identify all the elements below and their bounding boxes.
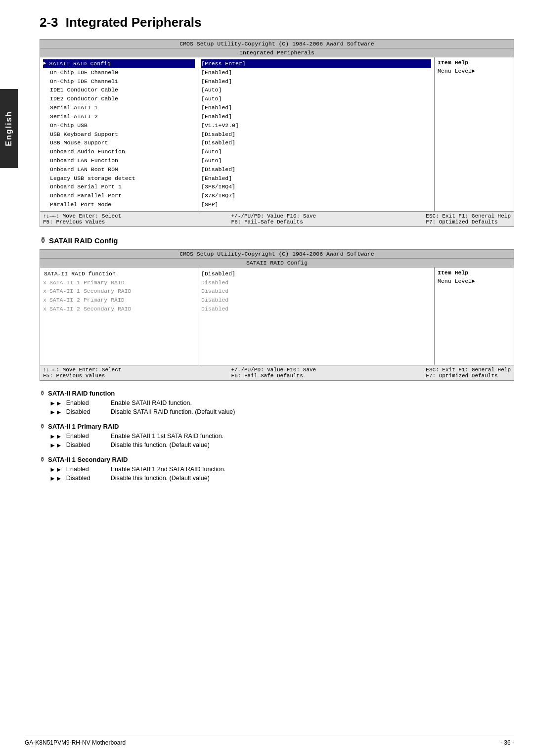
desc-item-sata11-primary-enabled: ►► Enabled Enable SATAII 1 1st SATA RAID… bbox=[40, 433, 514, 440]
subsection-arrow-icon: ⚱ bbox=[40, 236, 46, 245]
bios-inner-1: ► SATAII RAID Config On-Chip IDE Channel… bbox=[40, 57, 514, 211]
bios2-val-sata-raid-fn: [Disabled] bbox=[201, 269, 431, 278]
bios-title-bar-2: CMOS Setup Utility-Copyright (C) 1984-20… bbox=[40, 250, 514, 259]
bios2-row-sata12-primary: x SATA-II 2 Primary RAID bbox=[43, 296, 195, 305]
sidebar-english-label: English bbox=[0, 89, 18, 168]
bios2-val-sata11-secondary: Disabled bbox=[201, 287, 431, 296]
bios-footer-col2: +/-/PU/PD: Value F10: Save F6: Fail-Safe… bbox=[231, 213, 316, 225]
bios2-help-text: Menu Level► bbox=[438, 278, 511, 284]
bios-title-bar-1: CMOS Setup Utility-Copyright (C) 1984-20… bbox=[40, 40, 514, 48]
bios-val-ide-ch1: [Enabled] bbox=[201, 77, 431, 86]
footer-left: GA-K8N51PVM9-RH-NV Motherboard bbox=[25, 739, 126, 746]
desc-arrow-icon-3: ⚱ bbox=[40, 456, 45, 463]
desc-bullet-4: ►► bbox=[49, 442, 62, 449]
bios2-footer-col1: ↑↓→←: Move Enter: Select F5: Previous Va… bbox=[43, 367, 121, 379]
bios-val-usb-keyboard: [Disabled] bbox=[201, 130, 431, 139]
bios-footer-col1: ↑↓→←: Move Enter: Select F5: Previous Va… bbox=[43, 213, 121, 225]
bios2-help-title: Item Help bbox=[438, 269, 511, 276]
bios-row-onchip-usb[interactable]: On-Chip USB bbox=[43, 121, 195, 130]
bios-row-legacy-usb[interactable]: Legacy USB storage detect bbox=[43, 174, 195, 183]
desc-section-sata11-secondary: ⚱ SATA-II 1 Secondary RAID ►► Enabled En… bbox=[40, 456, 514, 482]
bios-row-onboard-lan-boot[interactable]: Onboard LAN Boot ROM bbox=[43, 165, 195, 174]
bios-row-arrow: ► bbox=[43, 59, 46, 68]
bios-row-serial-port1[interactable]: Onboard Serial Port 1 bbox=[43, 182, 195, 191]
bios-val-ide-ch0: [Enabled] bbox=[201, 68, 431, 77]
bios-footer-2: ↑↓→←: Move Enter: Select F5: Previous Va… bbox=[40, 365, 514, 380]
bios-row-ide1-cable[interactable]: IDE1 Conductor Cable bbox=[43, 86, 195, 94]
desc-heading-sata-raid-fn: ⚱ SATA-II RAID function bbox=[40, 390, 514, 397]
bios-row-parallel-port[interactable]: Onboard Parallel Port bbox=[43, 191, 195, 200]
desc-bullet-3: ►► bbox=[49, 433, 62, 440]
bios-val-serial-ataii-1: [Enabled] bbox=[201, 103, 431, 112]
desc-arrow-icon-1: ⚱ bbox=[40, 390, 45, 397]
desc-item-sata-raid-disabled: ►► Disabled Disable SATAII RAID function… bbox=[40, 408, 514, 416]
bios2-row-sata-raid-fn[interactable]: SATA-II RAID function bbox=[43, 269, 195, 278]
desc-section-sata-raid-fn: ⚱ SATA-II RAID function ►► Enabled Enabl… bbox=[40, 390, 514, 416]
bios-row-onboard-lan[interactable]: Onboard LAN Function bbox=[43, 156, 195, 165]
bios-subtitle-bar-1: Integrated Peripherals bbox=[40, 48, 514, 57]
footer-right: - 36 - bbox=[500, 739, 514, 746]
bios-val-parallel-mode: [SPP] bbox=[201, 200, 431, 209]
bios2-footer-col2: +/-/PU/PD: Value F10: Save F6: Fail-Safe… bbox=[231, 367, 316, 379]
page-footer: GA-K8N51PVM9-RH-NV Motherboard - 36 - bbox=[25, 736, 514, 746]
bios2-row-sata12-secondary: x SATA-II 2 Secondary RAID bbox=[43, 305, 195, 313]
bios-row-serial-ataii-1[interactable]: Serial-ATAII 1 bbox=[43, 103, 195, 112]
bios-row-usb-keyboard[interactable]: USB Keyboard Support bbox=[43, 130, 195, 139]
main-content: 2-3 Integrated Peripherals CMOS Setup Ut… bbox=[25, 0, 534, 504]
section-number: 2-3 bbox=[40, 15, 58, 30]
bios-row-sataii-raid[interactable]: ► SATAII RAID Config bbox=[43, 59, 195, 68]
sidebar-english-text: English bbox=[4, 111, 13, 146]
bios-row-ide-ch0[interactable]: On-Chip IDE Channel0 bbox=[43, 68, 195, 77]
bios-values-middle: [Press Enter] [Enabled] [Enabled] [Auto]… bbox=[198, 57, 435, 211]
bios-val-ide2-cable: [Auto] bbox=[201, 94, 431, 103]
desc-item-sata11-secondary-disabled: ►► Disabled Disable this function. (Defa… bbox=[40, 475, 514, 482]
desc-item-sata-raid-enabled: ►► Enabled Enable SATAII RAID function. bbox=[40, 400, 514, 407]
bios-box-integrated-peripherals: CMOS Setup Utility-Copyright (C) 1984-20… bbox=[40, 39, 514, 227]
desc-bullet-2: ►► bbox=[49, 408, 62, 416]
sataii-raid-config-heading: ⚱ SATAII RAID Config bbox=[40, 236, 514, 245]
desc-item-sata11-secondary-enabled: ►► Enabled Enable SATAII 1 2nd SATA RAID… bbox=[40, 466, 514, 473]
bios-footer-1: ↑↓→←: Move Enter: Select F5: Previous Va… bbox=[40, 211, 514, 226]
bios-val-onboard-lan-boot: [Disabled] bbox=[201, 165, 431, 174]
bios2-values-middle: [Disabled] Disabled Disabled Disabled Di… bbox=[198, 267, 435, 365]
bios2-val-sata12-primary: Disabled bbox=[201, 296, 431, 305]
bios-menu-left: ► SATAII RAID Config On-Chip IDE Channel… bbox=[40, 57, 198, 211]
bios-val-onboard-lan: [Auto] bbox=[201, 156, 431, 165]
bios-row-serial-ataii-2[interactable]: Serial-ATAII 2 bbox=[43, 112, 195, 121]
bios2-row-sata11-secondary: x SATA-II 1 Secondary RAID bbox=[43, 287, 195, 296]
bios-val-parallel-port: [378/IRQ7] bbox=[201, 191, 431, 200]
bios-row-ide-ch1[interactable]: On-Chip IDE Channel1 bbox=[43, 77, 195, 86]
section-heading: 2-3 Integrated Peripherals bbox=[40, 15, 514, 30]
bios-val-sataii-raid: [Press Enter] bbox=[201, 59, 431, 68]
bios-val-onchip-usb: [V1.1+V2.0] bbox=[201, 121, 431, 130]
bios2-val-sata11-primary: Disabled bbox=[201, 278, 431, 287]
bios-val-legacy-usb: [Enabled] bbox=[201, 174, 431, 183]
bios-val-onboard-audio: [Auto] bbox=[201, 147, 431, 156]
bios-box-sataii-raid-config: CMOS Setup Utility-Copyright (C) 1984-20… bbox=[40, 249, 514, 381]
bios-subtitle-bar-2: SATAII RAID Config bbox=[40, 259, 514, 267]
bios-inner-2: SATA-II RAID function x SATA-II 1 Primar… bbox=[40, 267, 514, 365]
bios2-val-sata12-secondary: Disabled bbox=[201, 305, 431, 313]
bios-row-usb-mouse[interactable]: USB Mouse Support bbox=[43, 138, 195, 147]
bios2-footer-col3: ESC: Exit F1: General Help F7: Optimized… bbox=[426, 367, 511, 379]
bios-row-onboard-audio[interactable]: Onboard Audio Function bbox=[43, 147, 195, 156]
desc-bullet-1: ►► bbox=[49, 400, 62, 407]
bios-val-usb-mouse: [Disabled] bbox=[201, 138, 431, 147]
bios-footer-col3: ESC: Exit F1: General Help F7: Optimized… bbox=[426, 213, 511, 225]
desc-arrow-icon-2: ⚱ bbox=[40, 423, 45, 430]
desc-bullet-5: ►► bbox=[49, 466, 62, 473]
bios2-row-sata11-primary: x SATA-II 1 Primary RAID bbox=[43, 278, 195, 287]
desc-item-sata11-primary-disabled: ►► Disabled Disable this function. (Defa… bbox=[40, 442, 514, 449]
section-title: Integrated Peripherals bbox=[66, 15, 202, 30]
bios-val-serial-ataii-2: [Enabled] bbox=[201, 112, 431, 121]
bios-row-parallel-mode[interactable]: Parallel Port Mode bbox=[43, 200, 195, 209]
bios2-menu-left: SATA-II RAID function x SATA-II 1 Primar… bbox=[40, 267, 198, 365]
desc-heading-sata11-secondary: ⚱ SATA-II 1 Secondary RAID bbox=[40, 456, 514, 463]
bios-help-text-1: Menu Level► bbox=[438, 68, 511, 74]
bios-row-ide2-cable[interactable]: IDE2 Conductor Cable bbox=[43, 94, 195, 103]
bios2-help-right: Item Help Menu Level► bbox=[435, 267, 514, 365]
bios-help-right: Item Help Menu Level► bbox=[435, 57, 514, 211]
bios-val-ide1-cable: [Auto] bbox=[201, 86, 431, 94]
desc-section-sata11-primary: ⚱ SATA-II 1 Primary RAID ►► Enabled Enab… bbox=[40, 423, 514, 449]
desc-bullet-6: ►► bbox=[49, 475, 62, 482]
